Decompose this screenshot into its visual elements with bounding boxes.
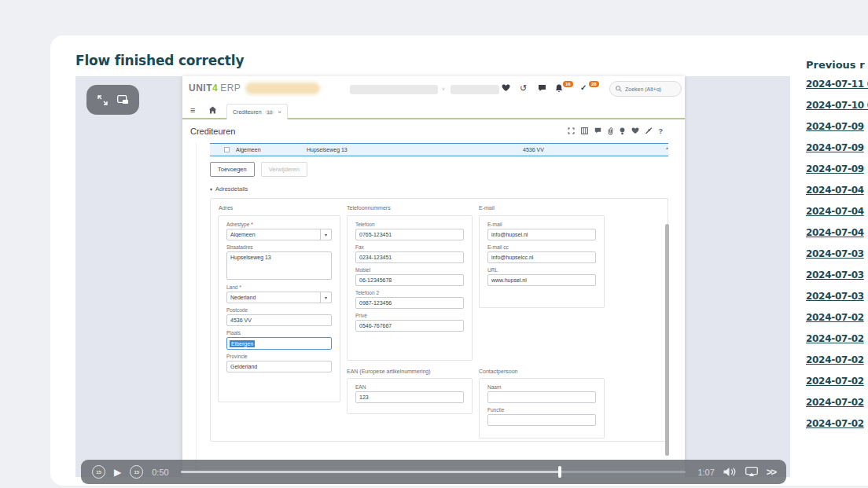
- help-icon[interactable]: ?: [659, 127, 664, 135]
- previous-run-link[interactable]: 2024-07-10 0: [806, 100, 868, 111]
- previous-run-link[interactable]: 2024-07-02: [806, 333, 868, 344]
- wrench-icon[interactable]: [645, 127, 653, 135]
- player-mode-pill: [86, 85, 139, 115]
- functie-input[interactable]: [487, 414, 596, 426]
- url-input[interactable]: [487, 274, 596, 286]
- dropdown-button[interactable]: ▾: [320, 229, 332, 240]
- dropdown-button[interactable]: ▾: [320, 292, 332, 303]
- previous-run-link[interactable]: 2024-07-09: [806, 163, 868, 174]
- previous-run-link[interactable]: 2024-07-02: [806, 376, 868, 387]
- seek-bar[interactable]: [181, 471, 686, 473]
- previous-run-link[interactable]: 2024-07-04: [806, 227, 868, 238]
- global-search[interactable]: [609, 81, 682, 97]
- previous-run-link[interactable]: 2024-07-11 0: [806, 79, 868, 90]
- video-stage[interactable]: UNIT4ERP ˅ ˅ ↺ 16 ✓ 28: [75, 76, 790, 477]
- telefoon-input[interactable]: [355, 229, 464, 240]
- previous-run-link[interactable]: 2024-07-04: [806, 185, 868, 196]
- functie-label: Functie: [487, 407, 596, 413]
- address-table-row-selected[interactable]: Algemeen Hupselseweg 13 4536 VV: [210, 143, 668, 156]
- logo-product: ERP: [220, 83, 241, 94]
- fullscreen-expand-icon[interactable]: [97, 95, 108, 105]
- bell-icon[interactable]: [555, 84, 563, 94]
- naam-input[interactable]: [487, 391, 596, 403]
- prive-input[interactable]: [355, 320, 464, 332]
- url-label: URL: [487, 267, 596, 273]
- chat-icon[interactable]: [538, 84, 546, 93]
- left-gutter-divider: [196, 143, 197, 477]
- heart-icon[interactable]: [631, 127, 639, 135]
- land-input[interactable]: [226, 292, 332, 303]
- email-group-label: E-mail: [479, 205, 495, 211]
- blurred-dropdown-1[interactable]: ˅: [350, 85, 438, 94]
- play-button[interactable]: ▶: [114, 468, 121, 477]
- previous-run-link[interactable]: 2024-07-02: [806, 312, 868, 323]
- scrollbar-thumb[interactable]: [665, 224, 669, 456]
- forward-15-icon[interactable]: 15: [130, 465, 143, 479]
- land-select[interactable]: ▾: [226, 292, 332, 303]
- previous-run-link[interactable]: 2024-07-02: [806, 354, 868, 365]
- blurred-dropdown-2[interactable]: ˅: [451, 85, 499, 94]
- flow-status-heading: Flow finished correctly: [75, 53, 244, 68]
- previous-run-link[interactable]: 2024-07-02: [806, 397, 868, 408]
- ean-label: EAN: [355, 384, 464, 390]
- straatadres-textarea[interactable]: Hupselseweg 13: [226, 251, 332, 280]
- volume-icon[interactable]: [723, 467, 737, 477]
- table-columns-icon[interactable]: [581, 127, 588, 135]
- address-details-toggle[interactable]: ▾Adresdetails: [210, 185, 248, 193]
- paperclip-icon[interactable]: [608, 127, 613, 136]
- previous-run-link[interactable]: 2024-07-09: [806, 121, 868, 132]
- fax-input[interactable]: [355, 251, 464, 263]
- picture-in-picture-icon[interactable]: [117, 95, 129, 105]
- lightbulb-icon[interactable]: [620, 127, 625, 136]
- previous-run-link[interactable]: 2024-07-04: [806, 206, 868, 217]
- address-details-panel: Adres Telefoonnummers E-mail Adrestype* …: [210, 198, 668, 442]
- adrestype-input[interactable]: [226, 229, 332, 240]
- adrestype-select[interactable]: ▾: [226, 229, 332, 240]
- logo-four: 4: [212, 83, 218, 94]
- telefoon-group-box: Telefoon Fax Mobiel Telefoon 2 Privé: [347, 215, 473, 361]
- postcode-label: Postcode: [226, 307, 332, 313]
- history-icon[interactable]: ↺: [520, 83, 527, 94]
- comment-icon[interactable]: [594, 127, 601, 135]
- telefoon-label: Telefoon: [355, 222, 464, 227]
- rewind-15-icon[interactable]: 15: [92, 465, 105, 479]
- prive-label: Privé: [355, 313, 464, 318]
- previous-run-link[interactable]: 2024-07-03: [806, 291, 868, 302]
- favorites-heart-icon[interactable]: [502, 84, 510, 93]
- row-checkbox[interactable]: [224, 147, 230, 152]
- previous-run-link[interactable]: 2024-07-02: [806, 418, 868, 429]
- skip-to-end-icon[interactable]: >>: [767, 466, 775, 478]
- previous-run-link[interactable]: 2024-07-09: [806, 142, 868, 153]
- tab-close-icon[interactable]: ×: [278, 108, 281, 116]
- postcode-input[interactable]: [226, 314, 332, 326]
- collapse-triangle-icon: ▾: [210, 187, 212, 192]
- previous-run-link[interactable]: 2024-07-03: [806, 270, 868, 281]
- current-time: 0:50: [152, 468, 168, 477]
- email-input[interactable]: [487, 229, 596, 240]
- seek-thumb[interactable]: [558, 466, 561, 478]
- vertical-scrollbar[interactable]: ▲: [665, 145, 670, 477]
- redacted-company-name: [245, 83, 320, 94]
- fullscreen-icon[interactable]: [568, 127, 575, 135]
- home-icon[interactable]: [208, 106, 217, 115]
- previous-run-link[interactable]: 2024-07-03: [806, 248, 868, 259]
- plaats-input-focused[interactable]: Eibergen: [226, 337, 332, 350]
- telefoon2-input[interactable]: [355, 297, 464, 309]
- scroll-up-arrow-icon[interactable]: ▲: [665, 145, 669, 150]
- search-input[interactable]: [625, 86, 680, 92]
- plaats-selected-text: Eibergen: [230, 340, 255, 347]
- provincie-input[interactable]: [226, 361, 332, 372]
- add-button[interactable]: Toevoegen: [210, 162, 255, 177]
- airplay-icon[interactable]: [745, 467, 758, 477]
- menu-hamburger-icon[interactable]: ≡: [190, 105, 195, 115]
- total-time: 1:07: [697, 468, 714, 477]
- emailcc-input[interactable]: [487, 251, 596, 263]
- mobiel-input[interactable]: [355, 274, 464, 286]
- ean-input[interactable]: [355, 391, 464, 403]
- ean-group-label: EAN (Europese artikelnummering): [347, 369, 431, 374]
- previous-runs-sidebar: Previous r 2024-07-11 02024-07-10 02024-…: [806, 59, 868, 439]
- tasks-check-icon[interactable]: ✓: [580, 83, 587, 92]
- table-actions: Toevoegen Verwijderen: [210, 162, 307, 177]
- page-title-row: Crediteuren ?: [182, 119, 685, 143]
- tab-crediteuren[interactable]: Crediteuren 10 ×: [226, 104, 288, 119]
